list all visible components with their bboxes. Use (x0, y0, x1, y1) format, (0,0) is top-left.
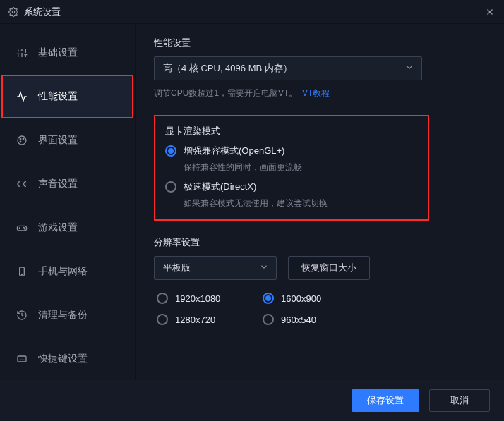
resolution-option-label: 1600x900 (281, 293, 321, 304)
render-section-title: 显卡渲染模式 (165, 125, 418, 138)
sidebar-item-label: 快捷键设置 (38, 353, 88, 365)
restore-window-size-button[interactable]: 恢复窗口大小 (288, 256, 370, 280)
perf-level-select[interactable]: 高（4 核 CPU, 4096 MB 内存） (154, 56, 422, 80)
perf-level-value: 高（4 核 CPU, 4096 MB 内存） (163, 62, 292, 75)
sidebar-item-label: 清理与备份 (38, 309, 88, 322)
render-option-directx[interactable]: 极速模式(DirectX) (165, 181, 418, 193)
sidebar-item-label: 基础设置 (38, 47, 78, 59)
cancel-button[interactable]: 取消 (429, 389, 490, 412)
activity-icon (16, 90, 28, 103)
sidebar-item-label: 性能设置 (38, 90, 78, 103)
svg-point-7 (24, 228, 25, 229)
svg-point-1 (18, 136, 26, 145)
resolution-option-label: 960x540 (281, 315, 316, 325)
sidebar-item-performance[interactable]: 性能设置 (1, 75, 133, 118)
sidebar-item-label: 声音设置 (38, 178, 78, 190)
sidebar-item-sound[interactable]: 声音设置 (0, 162, 135, 206)
sound-icon (16, 178, 28, 190)
radio-icon (165, 145, 176, 157)
sidebar-item-label: 游戏设置 (38, 221, 78, 234)
perf-section-title: 性能设置 (154, 37, 486, 49)
radio-icon (263, 293, 274, 304)
save-button[interactable]: 保存设置 (352, 389, 419, 412)
sliders-icon (16, 47, 28, 59)
gamepad-icon (16, 221, 28, 234)
gear-icon (8, 7, 18, 17)
resolution-section-title: 分辨率设置 (154, 236, 486, 249)
vt-tutorial-link[interactable]: VT教程 (302, 88, 330, 98)
chevron-down-icon (404, 63, 414, 75)
svg-point-3 (23, 138, 24, 140)
render-mode-panel: 显卡渲染模式 增强兼容模式(OpenGL+) 保持兼容性的同时，画面更流畅 极速… (154, 115, 429, 221)
footer: 保存设置 取消 (0, 380, 504, 421)
radio-icon (263, 314, 274, 325)
render-option-label: 极速模式(DirectX) (184, 181, 256, 193)
sidebar-item-cleanup-backup[interactable]: 清理与备份 (0, 293, 135, 337)
keyboard-icon (16, 353, 28, 365)
history-icon (16, 309, 28, 322)
svg-point-0 (12, 11, 15, 13)
resolution-option-label: 1280x720 (175, 315, 215, 325)
sidebar: 基础设置 性能设置 界面设置 声音设置 游戏设置 (0, 24, 136, 380)
sidebar-item-game[interactable]: 游戏设置 (0, 206, 135, 250)
chevron-down-icon (259, 262, 269, 274)
radio-icon (157, 293, 168, 304)
svg-rect-10 (18, 356, 26, 362)
close-button[interactable] (484, 6, 496, 18)
sidebar-item-interface[interactable]: 界面设置 (0, 118, 135, 162)
svg-point-9 (21, 274, 22, 274)
window-title: 系统设置 (24, 6, 61, 18)
phone-icon (16, 265, 28, 278)
resolution-mode-value: 平板版 (163, 262, 191, 274)
sidebar-item-basic[interactable]: 基础设置 (0, 31, 135, 75)
content: 性能设置 高（4 核 CPU, 4096 MB 内存） 调节CPU数超过1，需要… (136, 24, 504, 380)
render-option-label: 增强兼容模式(OpenGL+) (184, 145, 284, 157)
resolution-mode-select[interactable]: 平板版 (154, 256, 277, 280)
sidebar-item-phone-network[interactable]: 手机与网络 (0, 250, 135, 293)
sidebar-item-shortcut[interactable]: 快捷键设置 (0, 337, 135, 381)
perf-hint: 调节CPU数超过1，需要开启电脑VT。 VT教程 (154, 87, 486, 99)
render-option-opengl[interactable]: 增强兼容模式(OpenGL+) (165, 145, 418, 157)
resolution-option-1920x1080[interactable]: 1920x1080 (157, 293, 263, 304)
svg-point-2 (20, 138, 21, 140)
titlebar: 系统设置 (0, 0, 504, 24)
resolution-option-1280x720[interactable]: 1280x720 (157, 314, 263, 325)
radio-icon (157, 314, 168, 325)
render-option-hint: 保持兼容性的同时，画面更流畅 (184, 161, 418, 173)
resolution-option-label: 1920x1080 (175, 293, 220, 304)
sidebar-item-label: 手机与网络 (38, 265, 88, 278)
sidebar-item-label: 界面设置 (38, 134, 78, 147)
resolution-option-960x540[interactable]: 960x540 (263, 314, 368, 325)
resolution-option-1600x900[interactable]: 1600x900 (263, 293, 368, 304)
render-option-hint: 如果兼容模式无法使用，建议尝试切换 (184, 197, 418, 209)
palette-icon (16, 134, 28, 147)
svg-point-4 (20, 141, 21, 142)
radio-icon (165, 181, 176, 193)
